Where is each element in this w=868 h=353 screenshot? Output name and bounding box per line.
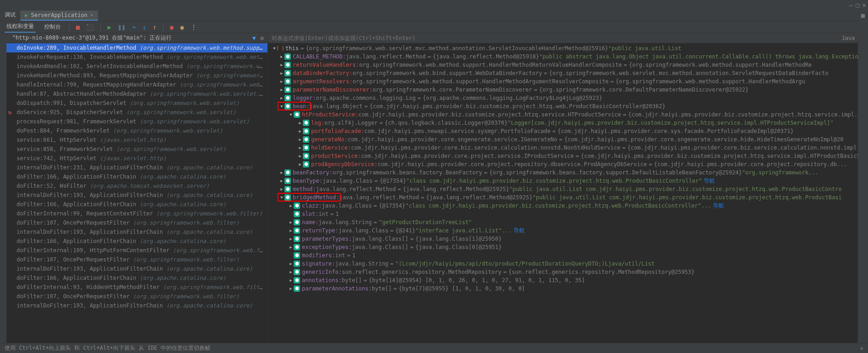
expand-arrow-icon[interactable] bbox=[279, 61, 284, 69]
var-node[interactable]: ⬢modifiers: int = 1 bbox=[268, 251, 868, 260]
stack-frame[interactable]: doFilter:107, OncePerRequestFilter (org.… bbox=[0, 218, 267, 227]
step-into-button[interactable]: ↓ bbox=[142, 23, 146, 31]
expand-arrow-icon[interactable] bbox=[288, 202, 294, 209]
evaluate-input[interactable] bbox=[272, 35, 842, 41]
expand-arrow-icon[interactable] bbox=[288, 111, 294, 118]
stack-frame[interactable]: doService:925, DispatcherServlet (org.sp… bbox=[0, 108, 267, 117]
expand-arrow-icon[interactable] bbox=[288, 227, 294, 234]
expand-arrow-icon[interactable] bbox=[288, 243, 294, 251]
var-node[interactable]: ⬢bridgedMethod: java.lang.reflect.Method… bbox=[268, 193, 868, 202]
var-node[interactable]: ⬢htProductService: com.jdjr.haiyi.pms.pr… bbox=[268, 110, 868, 119]
expand-arrow-icon[interactable] bbox=[279, 177, 284, 185]
layout-icon[interactable]: ▦ bbox=[861, 12, 865, 19]
stack-frame[interactable]: handleInternal:799, RequestMappingHandle… bbox=[0, 80, 267, 89]
pause-button[interactable]: ❚❚ bbox=[118, 23, 126, 31]
lang-label[interactable]: Java bbox=[842, 35, 855, 41]
var-node[interactable]: ⬢signature: java.lang.String = "(Lcom/jd… bbox=[268, 260, 868, 268]
expand-arrow-icon[interactable] bbox=[279, 185, 284, 193]
stack-frame[interactable]: invokeAndHandle:102, ServletInvocableHan… bbox=[0, 62, 267, 71]
thread-label[interactable]: "http-nio-8089-exec-3"@19,391 在组"main": … bbox=[12, 34, 172, 42]
stop-button[interactable]: ■ bbox=[76, 23, 80, 31]
stack-frame[interactable]: service:858, FrameworkServlet (org.sprin… bbox=[0, 145, 267, 154]
expand-arrow-icon[interactable] bbox=[288, 219, 294, 226]
stack-frame[interactable]: doFilterInternal:93, HiddenHttpMethodFil… bbox=[0, 283, 267, 292]
var-node[interactable]: ⬢productService: com.jdjr.haiyi.pms.prov… bbox=[268, 152, 868, 160]
var-node[interactable]: ⬢returnValueHandlers: org.springframewor… bbox=[268, 61, 868, 69]
navigate-link[interactable]: 导航 bbox=[514, 227, 525, 234]
var-node[interactable]: ⬢bean: java.lang.Object = {com.jdjr.haiy… bbox=[268, 102, 868, 110]
stack-frame[interactable]: doInvoke:209, InvocableHandlerMethod (or… bbox=[0, 43, 267, 52]
rerun-button[interactable]: ⬛ bbox=[86, 23, 94, 31]
var-node[interactable]: ⬢slot: int = 1 bbox=[268, 210, 868, 218]
var-node[interactable]: ⬢beanFactory: org.springframework.beans.… bbox=[268, 168, 868, 177]
expand-arrow-icon[interactable] bbox=[279, 78, 284, 85]
var-node[interactable]: ⬢clazz: java.lang.Class = {@17354} "clas… bbox=[268, 202, 868, 210]
stack-frame[interactable]: invokeHandlerMethod:893, RequestMappingH… bbox=[0, 71, 267, 80]
step-out-button[interactable]: ↑ bbox=[153, 23, 156, 31]
step-over-button[interactable]: ↷ bbox=[132, 23, 136, 31]
mute-breakpoints-button[interactable]: ◉ bbox=[180, 23, 184, 31]
status-close-icon[interactable]: ✕ bbox=[860, 345, 863, 352]
expand-arrow-icon[interactable] bbox=[297, 136, 303, 143]
var-node[interactable]: ⬢parameterAnnotations: byte[] = {byte[7]… bbox=[268, 284, 868, 293]
expand-arrow-icon[interactable] bbox=[279, 86, 284, 93]
subtab-console[interactable]: 控制台 bbox=[42, 22, 63, 32]
navigate-link[interactable]: 导航 bbox=[713, 202, 724, 209]
stack-frame[interactable]: doFilter:107, OncePerRequestFilter (org.… bbox=[0, 255, 267, 264]
var-node[interactable]: ⬢returnType: java.lang.Class = {@241} "i… bbox=[268, 226, 868, 235]
close-icon[interactable]: ✕ bbox=[862, 1, 866, 9]
expand-arrow-icon[interactable] bbox=[288, 260, 294, 267]
stack-frame[interactable]: handle:87, AbstractHandlerMethodAdapter … bbox=[0, 89, 267, 98]
var-node[interactable]: ⬢name: java.lang.String = "getProductDur… bbox=[268, 218, 868, 226]
stack-frame[interactable]: internalDoFilter:231, ApplicationFilterC… bbox=[0, 163, 267, 172]
var-node[interactable]: ⬢parameterNameDiscoverer: org.springfram… bbox=[268, 86, 868, 94]
view-breakpoints-button[interactable]: ● bbox=[170, 23, 174, 31]
expand-arrow-icon[interactable] bbox=[297, 144, 303, 151]
tab-server[interactable]: ▶ ServerApplication ✕ bbox=[20, 11, 98, 21]
stack-frame[interactable]: doDispatch:991, DispatcherServlet (org.s… bbox=[0, 98, 267, 108]
stack-frame[interactable]: doFilter:166, ApplicationFilterChain (or… bbox=[0, 200, 267, 209]
stack-frame[interactable]: doFilter:107, OncePerRequestFilter (org.… bbox=[0, 292, 267, 301]
expand-arrow-icon[interactable] bbox=[279, 94, 284, 102]
expand-arrow-icon[interactable] bbox=[279, 103, 284, 110]
subtab-vars[interactable]: 线程和变量 bbox=[5, 21, 36, 33]
stack-frame[interactable]: service:661, HttpServlet (javax.servlet.… bbox=[0, 135, 267, 145]
stack-frame[interactable]: doFilter:166, ApplicationFilterChain (or… bbox=[0, 237, 267, 246]
expand-arrow-icon[interactable] bbox=[279, 69, 284, 77]
var-node[interactable]: ⬢dataBinderFactory: org.springframework.… bbox=[268, 69, 868, 77]
stack-frame[interactable]: doFilter:166, ApplicationFilterChain (or… bbox=[0, 172, 267, 181]
var-node[interactable]: ⬢exceptionTypes: java.lang.Class[] = {ja… bbox=[268, 243, 868, 251]
var-node[interactable]: ⬢argumentResolvers: org.springframework.… bbox=[268, 77, 868, 86]
stack-frames-list[interactable]: doInvoke:209, InvocableHandlerMethod (or… bbox=[0, 43, 267, 343]
expand-arrow-icon[interactable] bbox=[288, 268, 294, 276]
var-node[interactable]: ⬢method: java.lang.reflect.Method = {jav… bbox=[268, 185, 868, 193]
expand-arrow-icon[interactable] bbox=[297, 127, 303, 135]
stack-frame[interactable]: processRequest:981, FrameworkServlet (or… bbox=[0, 117, 267, 126]
var-node[interactable]: ⬢holdService: com.jdjr.haiyi.pms.provide… bbox=[268, 144, 868, 152]
var-node[interactable]: ⬢annotations: byte[] = {byte[14]@25954} … bbox=[268, 276, 868, 284]
stack-frame[interactable]: internalDoFilter:193, ApplicationFilterC… bbox=[0, 227, 267, 237]
maximize-icon[interactable]: ▢ bbox=[856, 1, 859, 9]
var-node[interactable]: ⬢beanType: java.lang.Class = {@17354} "c… bbox=[268, 177, 868, 185]
stack-frame[interactable]: internalDoFilter:193, ApplicationFilterC… bbox=[0, 301, 267, 310]
stack-frame[interactable]: internalDoFilter:193, ApplicationFilterC… bbox=[0, 264, 267, 273]
var-node[interactable]: ⬢log: org.slf4j.Logger = {ch.qos.logback… bbox=[268, 119, 868, 127]
tab-close-icon[interactable]: ✕ bbox=[90, 12, 93, 18]
var-node[interactable]: ⬢CALLABLE_METHOD: java.lang.reflect.Meth… bbox=[268, 52, 868, 61]
stack-frame[interactable]: doFilterInternal:109, HttpPutFormContent… bbox=[0, 246, 267, 255]
gear-icon[interactable]: ⚙ bbox=[260, 35, 264, 41]
filter-icon[interactable]: ▼ bbox=[253, 35, 256, 41]
stack-frame[interactable]: service:742, HttpServlet (javax.servlet.… bbox=[0, 154, 267, 163]
stack-frame[interactable]: doFilterInternal:99, RequestContextFilte… bbox=[0, 209, 267, 218]
var-node[interactable]: { }this = {org.springframework.web.servl… bbox=[268, 44, 868, 52]
resume-button[interactable]: ▶ bbox=[107, 23, 111, 31]
expand-arrow-icon[interactable] bbox=[288, 235, 294, 243]
variables-tree[interactable]: { }this = {org.springframework.web.servl… bbox=[268, 43, 868, 343]
expand-arrow-icon[interactable] bbox=[297, 119, 303, 127]
expand-arrow-icon[interactable] bbox=[288, 285, 294, 292]
expand-arrow-icon[interactable] bbox=[279, 53, 284, 60]
navigate-link[interactable]: 导航 bbox=[704, 177, 715, 185]
var-node[interactable]: ⬢prodAgencyDbService: com.jdjr.haiyi.pms… bbox=[268, 160, 868, 168]
expand-arrow-icon[interactable] bbox=[297, 161, 303, 168]
var-node[interactable]: ⬢parameterTypes: java.lang.Class[] = {ja… bbox=[268, 235, 868, 243]
